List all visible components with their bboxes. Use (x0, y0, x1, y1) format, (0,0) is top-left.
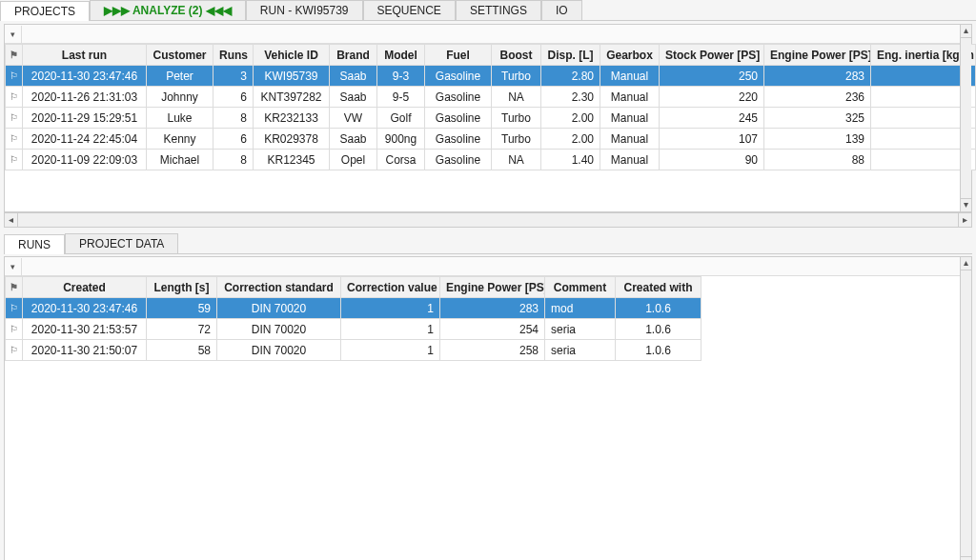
cell-vehicle-id: KWI95739 (254, 66, 330, 87)
col-gearbox[interactable]: Gearbox (600, 45, 660, 66)
cell-corr-std: DIN 70020 (217, 298, 341, 319)
col-brand[interactable]: Brand (330, 45, 377, 66)
cell-fuel: Gasoline (425, 66, 492, 87)
col-model[interactable]: Model (377, 45, 425, 66)
scroll-right-icon[interactable]: ▸ (958, 213, 971, 227)
cell-boost: Turbo (492, 129, 541, 150)
cell-engine-power: 258 (440, 340, 545, 361)
col-flag[interactable]: ⚑ (6, 45, 23, 66)
projects-vertical-scrollbar[interactable]: ▴ ▾ (960, 25, 971, 211)
col-stock-power[interactable]: Stock Power [PS] (660, 45, 764, 66)
table-row[interactable]: ⚐2020-11-26 21:31:03Johnny6KNT397282Saab… (6, 87, 976, 108)
flag-icon: ⚐ (6, 108, 23, 129)
cell-engine-power: 139 (764, 129, 871, 150)
rcol-corr-val[interactable]: Correction value (341, 277, 440, 298)
tab-project-data[interactable]: PROJECT DATA (65, 233, 178, 253)
cell-corr-std: DIN 70020 (217, 319, 341, 340)
cell-vehicle-id: KR232133 (254, 108, 330, 129)
scroll-left-icon[interactable]: ◂ (5, 213, 18, 227)
cell-runs: 8 (214, 150, 254, 170)
col-runs[interactable]: Runs (214, 45, 254, 66)
flag-icon: ⚐ (6, 129, 23, 150)
cell-engine-power: 283 (764, 66, 871, 87)
col-disp[interactable]: Disp. [L] (541, 45, 600, 66)
cell-engine-power: 236 (764, 87, 871, 108)
table-row[interactable]: ⚐2020-11-29 15:29:51Luke8KR232133VWGolfG… (6, 108, 976, 129)
table-row[interactable]: ⚐2020-11-30 23:47:46Peter3KWI95739Saab9-… (6, 66, 976, 87)
cell-disp: 2.80 (541, 66, 600, 87)
scroll-up-icon[interactable]: ▴ (961, 25, 971, 38)
projects-table: ⚑ Last run Customer Runs Vehicle ID Bran… (5, 44, 976, 170)
cell-brand: Saab (330, 129, 377, 150)
cell-brand: Saab (330, 66, 377, 87)
runs-table: ⚑ Created Length [s] Correction standard… (5, 276, 702, 361)
tab-runs[interactable]: RUNS (4, 234, 65, 254)
table-row[interactable]: ⚐2020-11-24 22:45:04Kenny6KR029378Saab90… (6, 129, 976, 150)
tab-run[interactable]: RUN - KWI95739 (246, 0, 363, 20)
rcol-created-with[interactable]: Created with (616, 277, 702, 298)
cell-created-with: 1.0.6 (616, 319, 702, 340)
rcol-corr-std[interactable]: Correction standard (217, 277, 341, 298)
rcol-created[interactable]: Created (23, 277, 147, 298)
table-row[interactable]: ⚐2020-11-30 21:50:0758DIN 700201258seria… (6, 340, 702, 361)
cell-engine-power: 88 (764, 150, 871, 170)
main-tabbar: PROJECTS ▶▶▶ ANALYZE (2) ◀◀◀ RUN - KWI95… (0, 0, 976, 21)
col-fuel[interactable]: Fuel (425, 45, 492, 66)
cell-gearbox: Manual (600, 87, 660, 108)
col-customer[interactable]: Customer (147, 45, 214, 66)
cell-gearbox: Manual (600, 150, 660, 170)
cell-customer: Luke (147, 108, 214, 129)
runs-grid: ▾ ⚑ Created Length [s] Correction standa… (4, 256, 972, 560)
cell-last-run: 2020-11-24 22:45:04 (23, 129, 147, 150)
cell-brand: Saab (330, 87, 377, 108)
table-row[interactable]: ⚐2020-11-30 23:47:4659DIN 700201283mod1.… (6, 298, 702, 319)
tab-io[interactable]: IO (541, 0, 582, 20)
cell-model: 9-3 (377, 66, 425, 87)
rcol-length[interactable]: Length [s] (147, 277, 217, 298)
cell-corr-std: DIN 70020 (217, 340, 341, 361)
projects-header-row: ⚑ Last run Customer Runs Vehicle ID Bran… (6, 45, 976, 66)
col-vehicle-id[interactable]: Vehicle ID (254, 45, 330, 66)
detail-tabbar: RUNS PROJECT DATA (4, 233, 972, 254)
col-boost[interactable]: Boost (492, 45, 541, 66)
cell-boost: Turbo (492, 108, 541, 129)
cell-disp: 2.00 (541, 108, 600, 129)
table-row[interactable]: ⚐2020-11-30 21:53:5772DIN 700201254seria… (6, 319, 702, 340)
cell-customer: Kenny (147, 129, 214, 150)
tab-analyze[interactable]: ▶▶▶ ANALYZE (2) ◀◀◀ (90, 0, 246, 20)
rcol-flag[interactable]: ⚑ (6, 277, 23, 298)
cell-gearbox: Manual (600, 129, 660, 150)
cell-customer: Peter (147, 66, 214, 87)
tab-projects[interactable]: PROJECTS (0, 1, 90, 21)
cell-boost: Turbo (492, 66, 541, 87)
tab-settings[interactable]: SETTINGS (456, 0, 541, 20)
rcol-comment[interactable]: Comment (545, 277, 616, 298)
projects-horizontal-scrollbar[interactable]: ◂ ▸ (4, 212, 972, 228)
col-engine-power[interactable]: Engine Power [PS] (764, 45, 871, 66)
projects-filter-dropdown-icon[interactable]: ▾ (5, 26, 22, 43)
projects-grid: ▾ ⚑ Last run Customer Runs Vehicle ID Br… (4, 24, 972, 212)
runs-filter-row: ▾ (5, 257, 971, 276)
cell-created: 2020-11-30 21:53:57 (23, 319, 147, 340)
flag-icon: ⚐ (6, 340, 23, 361)
cell-fuel: Gasoline (425, 129, 492, 150)
cell-runs: 6 (214, 129, 254, 150)
cell-vehicle-id: KR12345 (254, 150, 330, 170)
cell-fuel: Gasoline (425, 108, 492, 129)
cell-stock-power: 107 (660, 129, 764, 150)
rcol-engine-power[interactable]: Engine Power [PS] (440, 277, 545, 298)
tab-sequence[interactable]: SEQUENCE (363, 0, 456, 20)
cell-comment: seria (545, 340, 616, 361)
cell-gearbox: Manual (600, 108, 660, 129)
runs-vertical-scrollbar[interactable]: ▴ ▾ (960, 257, 971, 560)
cell-gearbox: Manual (600, 66, 660, 87)
cell-disp: 2.00 (541, 129, 600, 150)
col-last-run[interactable]: Last run (23, 45, 147, 66)
scroll-down-icon[interactable]: ▾ (961, 198, 971, 211)
runs-filter-dropdown-icon[interactable]: ▾ (5, 258, 22, 275)
cell-stock-power: 245 (660, 108, 764, 129)
scroll-up-icon[interactable]: ▴ (961, 257, 971, 270)
scroll-down-icon[interactable]: ▾ (961, 556, 971, 560)
flag-icon: ⚐ (6, 319, 23, 340)
table-row[interactable]: ⚐2020-11-09 22:09:03Michael8KR12345OpelC… (6, 150, 976, 170)
